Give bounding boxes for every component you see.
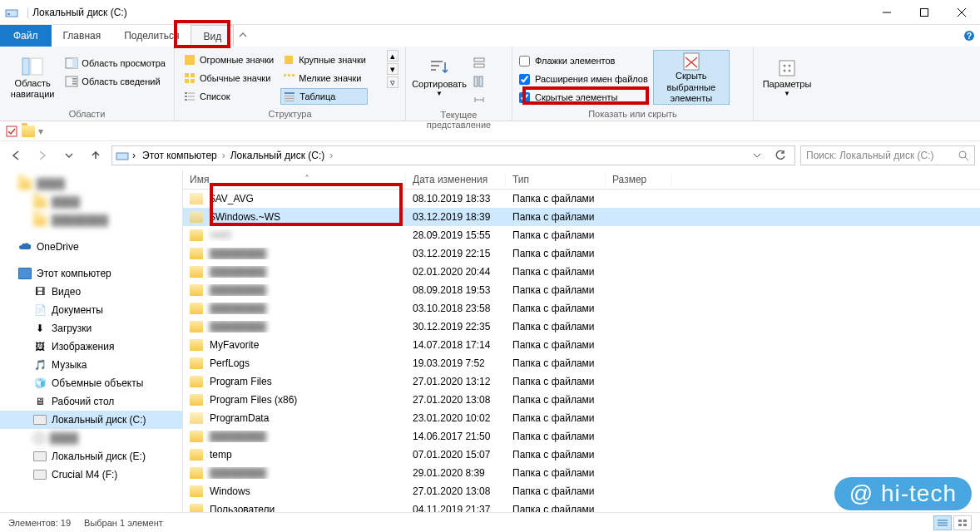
navigation-tree[interactable]: ████ ████ ████████ OneDrive Этот компьют… bbox=[0, 170, 183, 512]
address-bar[interactable]: › Этот компьютер › Локальный диск (C:) › bbox=[111, 145, 795, 165]
size-columns-button[interactable] bbox=[471, 91, 488, 108]
tab-home[interactable]: Главная bbox=[52, 25, 113, 47]
recent-locations-button[interactable] bbox=[58, 145, 80, 166]
table-row[interactable]: ████████30.12.2019 22:35Папка с файлами bbox=[183, 318, 980, 336]
breadcrumb-this-pc[interactable]: Этот компьютер bbox=[139, 150, 220, 161]
column-type[interactable]: Тип bbox=[506, 174, 606, 185]
tree-item-blurred[interactable]: ████████ bbox=[0, 211, 182, 229]
tree-item-desktop[interactable]: 🖥Рабочий стол bbox=[0, 392, 182, 411]
address-dropdown-button[interactable] bbox=[746, 145, 768, 166]
table-row[interactable]: PerfLogs19.03.2019 7:52Папка с файлами bbox=[183, 354, 980, 372]
tab-share[interactable]: Поделиться bbox=[112, 25, 191, 47]
table-row[interactable]: ProgramData23.01.2020 10:02Папка с файла… bbox=[183, 409, 980, 427]
tab-view[interactable]: Вид bbox=[191, 25, 234, 47]
add-columns-button[interactable] bbox=[471, 73, 488, 90]
layout-scroll-up[interactable]: ▴ bbox=[387, 50, 398, 62]
group-by-button[interactable] bbox=[471, 55, 488, 71]
layout-details[interactable]: Таблица bbox=[280, 88, 368, 105]
titlebar: | Локальный диск (C:) bbox=[0, 0, 980, 25]
refresh-button[interactable] bbox=[770, 145, 791, 166]
view-details-toggle[interactable] bbox=[933, 515, 952, 530]
table-row[interactable]: AMD28.09.2019 15:55Папка с файлами bbox=[183, 226, 980, 244]
search-box[interactable]: Поиск: Локальный диск (C:) bbox=[800, 145, 975, 165]
table-row[interactable]: Program Files (x86)27.01.2020 13:08Папка… bbox=[183, 391, 980, 409]
svg-rect-3 bbox=[920, 8, 928, 16]
table-row[interactable]: ████████08.09.2018 19:53Папка с файлами bbox=[183, 281, 980, 299]
column-size[interactable]: Размер bbox=[606, 174, 672, 185]
layout-medium-icons[interactable]: Обычные значки bbox=[181, 70, 275, 86]
table-row[interactable]: Program Files27.01.2020 13:12Папка с фай… bbox=[183, 372, 980, 391]
checkbox-item-checkboxes[interactable]: Флажки элементов bbox=[519, 53, 648, 68]
folder-icon bbox=[190, 449, 203, 461]
view-icons-toggle[interactable] bbox=[953, 515, 972, 530]
ribbon-collapse-icon[interactable] bbox=[234, 25, 252, 47]
sort-by-button[interactable]: Сортировать ▼ bbox=[413, 50, 466, 105]
column-modified[interactable]: Дата изменения bbox=[406, 174, 506, 185]
svg-point-46 bbox=[784, 69, 786, 71]
qa-dropdown[interactable]: ▾ bbox=[38, 126, 43, 137]
svg-rect-38 bbox=[474, 58, 484, 62]
tree-item-music[interactable]: 🎵Музыка bbox=[0, 356, 182, 374]
tree-item-videos[interactable]: 🎞Видео bbox=[0, 283, 182, 301]
back-button[interactable] bbox=[5, 145, 27, 166]
tree-item-onedrive[interactable]: OneDrive bbox=[0, 238, 182, 256]
file-list[interactable]: Имя˄ Дата изменения Тип Размер $AV_AVG08… bbox=[183, 170, 980, 512]
table-row[interactable]: ████████03.12.2019 22:15Папка с файлами bbox=[183, 244, 980, 263]
layout-scroll-down[interactable]: ▾ bbox=[387, 63, 398, 75]
tree-item-blurred[interactable]: ████ bbox=[0, 193, 182, 211]
file-name: ████████ bbox=[210, 248, 266, 259]
desktop-icon: 🖥 bbox=[33, 395, 47, 408]
folder-icon bbox=[190, 504, 203, 512]
details-pane-button[interactable]: Область сведений bbox=[63, 73, 167, 90]
table-row[interactable]: $Windows.~WS03.12.2019 18:39Папка с файл… bbox=[183, 208, 980, 226]
breadcrumb-drive-c[interactable]: Локальный диск (C:) bbox=[227, 150, 329, 161]
table-row[interactable]: $AV_AVG08.10.2019 18:33Папка с файлами bbox=[183, 190, 980, 208]
svg-rect-8 bbox=[22, 58, 29, 75]
tree-item-3dobjects[interactable]: 🧊Объемные объекты bbox=[0, 374, 182, 392]
tree-item-pictures[interactable]: 🖼Изображения bbox=[0, 337, 182, 356]
layout-list[interactable]: Список bbox=[181, 88, 275, 105]
layout-small-icons[interactable]: Мелкие значки bbox=[280, 70, 368, 86]
folder-qa-icon[interactable] bbox=[22, 126, 35, 137]
status-bar: Элементов: 19 Выбран 1 элемент bbox=[0, 512, 980, 532]
file-name: ████████ bbox=[210, 321, 266, 332]
tree-item-documents[interactable]: 📄Документы bbox=[0, 301, 182, 319]
tree-item-drive-f[interactable]: Crucial M4 (F:) bbox=[0, 466, 182, 484]
close-button[interactable] bbox=[943, 0, 980, 25]
hide-selected-button[interactable]: Скрыть выбранные элементы bbox=[653, 50, 730, 105]
tree-item-drive-c[interactable]: Локальный диск (C:) bbox=[0, 411, 182, 429]
forward-button[interactable] bbox=[32, 145, 53, 166]
svg-rect-36 bbox=[431, 65, 439, 66]
layout-expand[interactable]: ▿ bbox=[387, 76, 398, 88]
file-date: 03.12.2019 22:15 bbox=[406, 248, 506, 259]
file-date: 14.06.2017 21:50 bbox=[406, 431, 506, 442]
svg-rect-30 bbox=[292, 74, 294, 76]
checkbox-filename-extensions[interactable]: Расширения имен файлов bbox=[519, 71, 648, 86]
tree-item-this-pc[interactable]: Этот компьютер bbox=[0, 264, 182, 283]
column-name[interactable]: Имя˄ bbox=[183, 174, 406, 185]
tree-item-downloads[interactable]: ⬇Загрузки bbox=[0, 319, 182, 337]
minimize-button[interactable] bbox=[868, 0, 905, 25]
table-row[interactable]: ████████03.10.2018 23:58Папка с файлами bbox=[183, 299, 980, 318]
tree-item-drive-e[interactable]: Локальный диск (E:) bbox=[0, 447, 182, 466]
options-button[interactable]: Параметры ▼ bbox=[760, 50, 814, 105]
preview-pane-button[interactable]: Область просмотра bbox=[63, 55, 167, 71]
maximize-button[interactable] bbox=[905, 0, 943, 25]
checkbox-hidden-items[interactable]: Скрытые элементы bbox=[519, 90, 648, 105]
file-type: Папка с файлами bbox=[506, 284, 606, 296]
navigation-pane-button[interactable]: Область навигации bbox=[7, 50, 58, 105]
layout-huge-icons[interactable]: Огромные значки bbox=[181, 52, 275, 68]
up-button[interactable] bbox=[85, 145, 106, 166]
tab-file[interactable]: Файл bbox=[0, 25, 52, 47]
tree-item-blurred[interactable]: ████ bbox=[0, 429, 182, 447]
svg-rect-37 bbox=[431, 69, 436, 71]
layout-large-icons[interactable]: Крупные значки bbox=[280, 52, 368, 68]
table-row[interactable]: ████████02.01.2020 20:44Папка с файлами bbox=[183, 263, 980, 281]
table-row[interactable]: temp07.01.2020 15:07Папка с файлами bbox=[183, 446, 980, 464]
help-button[interactable]: ? bbox=[958, 25, 980, 47]
tree-item-blurred[interactable]: ████ bbox=[0, 175, 182, 193]
checkbox-qa-icon[interactable] bbox=[5, 125, 18, 138]
table-row[interactable]: MyFavorite14.07.2018 17:14Папка с файлам… bbox=[183, 336, 980, 354]
file-type: Папка с файлами bbox=[506, 211, 606, 223]
table-row[interactable]: ████████14.06.2017 21:50Папка с файлами bbox=[183, 427, 980, 446]
